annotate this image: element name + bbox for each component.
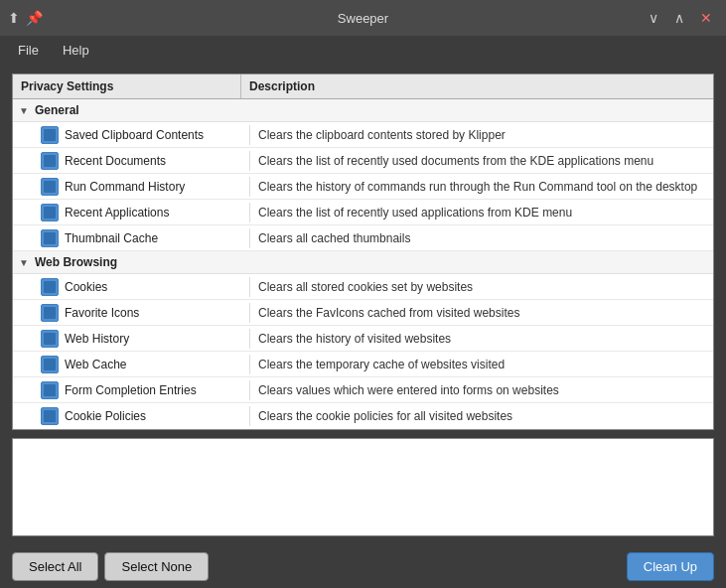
checkbox-thumbnail[interactable] (41, 229, 59, 247)
clean-up-button[interactable]: Clean Up (627, 552, 714, 581)
titlebar-minimize-btn[interactable]: ∧ (668, 8, 690, 28)
group-web-chevron: ▼ (19, 257, 31, 268)
menu-file[interactable]: File (8, 40, 49, 61)
item-name-recent-docs: Recent Documents (59, 151, 249, 171)
privacy-settings-table: Privacy Settings Description ▼ General S… (12, 74, 714, 430)
table-body: ▼ General Saved Clipboard Contents Clear… (13, 99, 713, 429)
item-name-web-cache: Web Cache (59, 355, 249, 374)
checkbox-web-history[interactable] (41, 330, 59, 348)
titlebar-left: ⬆ 📌 (8, 10, 43, 26)
titlebar: ⬆ 📌 Sweeper ∨ ∧ ✕ (0, 0, 726, 36)
bottom-bar: Select All Select None Clean Up (0, 544, 726, 588)
checkbox-cookie-policies[interactable] (41, 407, 59, 425)
list-item: Thumbnail Cache Clears all cached thumbn… (13, 225, 713, 251)
item-name-cookies: Cookies (59, 277, 249, 297)
main-content: Privacy Settings Description ▼ General S… (0, 64, 726, 544)
item-desc-web-cache: Clears the temporary cache of websites v… (249, 355, 713, 374)
bottom-left-buttons: Select All Select None (12, 552, 209, 581)
titlebar-controls: ∨ ∧ ✕ (643, 8, 718, 28)
item-name-recent-apps: Recent Applications (59, 203, 249, 222)
list-item: Web History Clears the history of visite… (13, 326, 713, 352)
group-web-label: Web Browsing (35, 255, 117, 269)
item-desc-web-history: Clears the history of visited websites (249, 329, 713, 349)
list-item: Run Command History Clears the history o… (13, 174, 713, 200)
item-desc-saved-clipboard: Clears the clipboard contents stored by … (249, 125, 713, 145)
item-desc-recent-apps: Clears the list of recently used applica… (249, 203, 713, 222)
select-none-button[interactable]: Select None (104, 552, 209, 581)
item-name-run-command: Run Command History (59, 177, 249, 197)
item-desc-fav-icons: Clears the FavIcons cached from visited … (249, 303, 713, 323)
item-name-cookie-policies: Cookie Policies (59, 406, 249, 426)
titlebar-dropdown-btn[interactable]: ∨ (643, 8, 664, 28)
menubar: File Help (0, 36, 726, 64)
checkbox-recent-docs[interactable] (41, 152, 59, 170)
list-item: Cookie Policies Clears the cookie polici… (13, 403, 713, 429)
group-general[interactable]: ▼ General (13, 99, 713, 122)
titlebar-unpin-icon[interactable]: 📌 (26, 10, 43, 26)
item-desc-cookies: Clears all stored cookies set by website… (249, 277, 713, 297)
item-desc-form-entries: Clears values which were entered into fo… (249, 380, 713, 400)
list-item: Recent Documents Clears the list of rece… (13, 148, 713, 174)
column-description: Description (241, 74, 713, 98)
item-name-thumbnail: Thumbnail Cache (59, 228, 249, 248)
list-item: Web Cache Clears the temporary cache of … (13, 352, 713, 377)
table-header: Privacy Settings Description (13, 74, 713, 99)
item-name-fav-icons: Favorite Icons (59, 303, 249, 323)
window-title: Sweeper (338, 11, 388, 26)
column-privacy-settings: Privacy Settings (13, 74, 241, 98)
titlebar-pin-icon[interactable]: ⬆ (8, 10, 20, 26)
checkbox-recent-apps[interactable] (41, 204, 59, 221)
item-name-web-history: Web History (59, 329, 249, 349)
list-item: Form Completion Entries Clears values wh… (13, 377, 713, 403)
select-all-button[interactable]: Select All (12, 552, 98, 581)
output-area (12, 438, 714, 536)
group-general-label: General (35, 103, 79, 117)
titlebar-close-btn[interactable]: ✕ (694, 8, 718, 28)
item-name-saved-clipboard: Saved Clipboard Contents (59, 125, 249, 145)
checkbox-cookies[interactable] (41, 278, 59, 296)
list-item: Favorite Icons Clears the FavIcons cache… (13, 300, 713, 326)
checkbox-fav-icons[interactable] (41, 304, 59, 322)
menu-help[interactable]: Help (53, 40, 99, 61)
item-desc-cookie-policies: Clears the cookie policies for all visit… (249, 406, 713, 426)
checkbox-form-entries[interactable] (41, 381, 59, 399)
item-name-form-entries: Form Completion Entries (59, 380, 249, 400)
group-web-browsing[interactable]: ▼ Web Browsing (13, 251, 713, 274)
list-item: Recent Applications Clears the list of r… (13, 200, 713, 225)
group-general-chevron: ▼ (19, 105, 31, 116)
item-desc-thumbnail: Clears all cached thumbnails (249, 228, 713, 248)
checkbox-saved-clipboard[interactable] (41, 126, 59, 144)
checkbox-web-cache[interactable] (41, 356, 59, 373)
item-desc-recent-docs: Clears the list of recently used documen… (249, 151, 713, 171)
list-item: Saved Clipboard Contents Clears the clip… (13, 122, 713, 148)
list-item: Cookies Clears all stored cookies set by… (13, 274, 713, 300)
item-desc-run-command: Clears the history of commands run throu… (249, 177, 713, 197)
checkbox-run-command[interactable] (41, 178, 59, 196)
